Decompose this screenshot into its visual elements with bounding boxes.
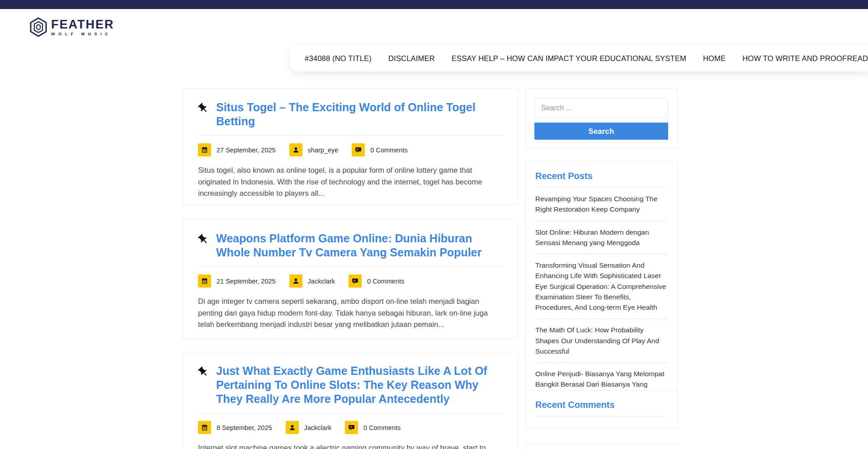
post-author-label: Jackclark <box>304 424 331 431</box>
post-author-label: Jackclark <box>308 278 335 285</box>
post-comments-label: 0 Comments <box>370 147 407 154</box>
nav-item-home[interactable]: HOME <box>703 54 726 63</box>
post-comments: 0 Comments <box>352 143 407 156</box>
logo-hexagon-icon <box>29 17 48 37</box>
logo-brand: FEATHER <box>51 19 114 31</box>
post-title-link[interactable]: Weapons Platform Game Online: Dunia Hibu… <box>216 232 503 260</box>
post-title-link[interactable]: Just What Exactly Game Enthusiasts Like … <box>216 364 503 406</box>
recent-post-link[interactable]: Slot Online: Hiburan Modern dengan Sensa… <box>535 221 667 255</box>
divider <box>198 413 503 413</box>
logo-text: FEATHER WOLF MUSIC <box>51 19 114 36</box>
site-logo[interactable]: FEATHER WOLF MUSIC <box>29 17 114 37</box>
post-author-label: sharp_eye <box>308 147 339 154</box>
nav-item-how-to-write[interactable]: HOW TO WRITE AND PROOFREAD YOUR ESSAY <box>742 54 868 63</box>
recent-comments-title: Recent Comments <box>535 400 667 416</box>
post-meta: 21 September, 2025 Jackclark 0 Comments <box>198 274 503 288</box>
post-comments: 0 Comments <box>349 274 404 288</box>
post-comments-label: 0 Comments <box>363 424 401 431</box>
divider <box>198 266 503 267</box>
blog-page: { "colors": { "navy": "#23264e", "accent… <box>0 0 868 449</box>
recent-post-link[interactable]: The Math Of Luck: How Probability Shapes… <box>535 319 667 363</box>
recent-comments-widget: Recent Comments <box>525 390 678 429</box>
recent-posts-widget: Recent Posts Revamping Your Spaces Choos… <box>525 161 678 414</box>
pushpin-icon <box>195 231 212 249</box>
post-excerpt: Internet slot machine games took a elect… <box>198 442 503 449</box>
post-date-label: 8 September, 2025 <box>217 424 272 431</box>
post-author: Jackclark <box>286 421 331 434</box>
post-card: Situs Togel – The Exciting World of Onli… <box>183 88 518 206</box>
search-input[interactable] <box>534 98 668 118</box>
recent-post-link[interactable]: Transforming Visual Sensation And Enhanc… <box>535 254 667 319</box>
post-title-link[interactable]: Situs Togel – The Exciting World of Onli… <box>216 100 503 128</box>
pushpin-icon <box>195 100 212 118</box>
calendar-icon <box>198 421 211 434</box>
post-meta: 8 September, 2025 Jackclark 0 Comments <box>198 421 503 434</box>
post-date: 8 September, 2025 <box>198 421 272 434</box>
post-comments-label: 0 Comments <box>367 278 404 285</box>
author-icon <box>286 421 299 434</box>
pushpin-icon <box>195 364 212 382</box>
comments-icon <box>352 143 365 156</box>
search-widget: Search <box>525 88 678 148</box>
post-date: 21 September, 2025 <box>198 274 276 288</box>
nav-item-34088[interactable]: #34088 (NO TITLE) <box>305 54 372 63</box>
calendar-icon <box>198 143 211 156</box>
calendar-icon <box>198 274 211 288</box>
author-icon <box>289 143 302 156</box>
comments-icon <box>349 274 362 288</box>
post-card: Weapons Platform Game Online: Dunia Hibu… <box>183 219 518 340</box>
partial-widget <box>525 444 678 449</box>
nav-item-essay-help[interactable]: ESSAY HELP – HOW CAN IMPACT YOUR EDUCATI… <box>452 54 686 63</box>
recent-posts-title: Recent Posts <box>535 171 667 188</box>
post-date-label: 27 September, 2025 <box>217 147 276 154</box>
post-meta: 27 September, 2025 sharp_eye 0 Comments <box>198 143 503 156</box>
top-accent-bar <box>0 0 868 9</box>
post-card: Just What Exactly Game Enthusiasts Like … <box>183 352 518 449</box>
divider <box>198 135 503 136</box>
logo-subtitle: WOLF MUSIC <box>51 32 114 36</box>
recent-post-link[interactable]: Revamping Your Spaces Choosing The Right… <box>535 188 667 221</box>
search-button[interactable]: Search <box>534 123 668 140</box>
author-icon <box>289 274 302 288</box>
post-excerpt: Situs togel, also known as online togel,… <box>198 165 503 199</box>
main-nav: #34088 (NO TITLE) DISCLAIMER ESSAY HELP … <box>290 45 868 71</box>
post-author: Jackclark <box>289 274 335 288</box>
post-comments: 0 Comments <box>345 421 401 434</box>
nav-item-disclaimer[interactable]: DISCLAIMER <box>388 54 435 63</box>
post-date-label: 21 September, 2025 <box>217 278 276 285</box>
post-excerpt: Di age integer tv camera seperti sekaran… <box>198 296 503 331</box>
post-author: sharp_eye <box>289 143 339 156</box>
post-date: 27 September, 2025 <box>198 143 276 156</box>
comments-icon <box>345 421 358 434</box>
